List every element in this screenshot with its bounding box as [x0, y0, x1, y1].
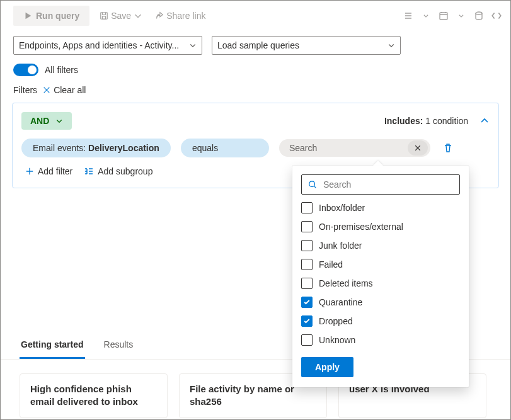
filters-header: Filters Clear all	[1, 80, 510, 100]
option-label: Inbox/folder	[319, 203, 365, 213]
checkbox[interactable]	[301, 221, 313, 232]
condition-field-name: DeliveryLocation	[88, 143, 159, 153]
all-filters-label: All filters	[45, 65, 78, 75]
filter-group-header: AND Includes: 1 condition	[21, 112, 490, 130]
popover-options: Inbox/folder On-premises/external Junk f…	[301, 202, 460, 346]
option-inbox-folder[interactable]: Inbox/folder	[301, 202, 460, 213]
scope-dropdown-label: Endpoints, Apps and identities - Activit…	[19, 40, 189, 50]
svg-rect-1	[103, 16, 106, 19]
option-label: On-premises/external	[319, 222, 403, 232]
condition-operator-label: equals	[192, 143, 218, 153]
checkbox[interactable]	[301, 259, 313, 270]
option-on-premises-external[interactable]: On-premises/external	[301, 221, 460, 232]
share-link-button[interactable]: Share link	[152, 8, 208, 23]
tab-results[interactable]: Results	[103, 333, 135, 359]
popover-search[interactable]	[301, 174, 460, 195]
chevron-down-icon[interactable]	[455, 9, 468, 22]
svg-point-3	[476, 12, 482, 14]
svg-point-4	[309, 181, 315, 187]
option-unknown[interactable]: Unknown	[301, 334, 460, 346]
trash-icon	[443, 143, 453, 153]
add-filter-button[interactable]: Add filter	[25, 166, 72, 176]
option-dropped[interactable]: Dropped	[301, 315, 460, 327]
option-deleted-items[interactable]: Deleted items	[301, 278, 460, 289]
chevron-down-icon[interactable]	[420, 9, 432, 22]
play-icon	[23, 11, 32, 20]
condition-value-label: Search	[289, 143, 404, 153]
save-label: Save	[111, 11, 131, 21]
query-card[interactable]: High confidence phish email delivered to…	[20, 373, 168, 418]
clear-all-button[interactable]: Clear all	[42, 85, 86, 95]
subgroup-icon	[84, 167, 94, 176]
option-label: Junk folder	[319, 241, 362, 251]
chevron-down-icon	[55, 117, 63, 125]
option-quarantine[interactable]: Quarantine	[301, 297, 460, 308]
option-label: Failed	[319, 259, 343, 270]
search-icon	[308, 180, 317, 189]
chevron-down-icon	[189, 42, 197, 49]
tab-getting-started[interactable]: Getting started	[20, 333, 85, 359]
group-operator-pill[interactable]: AND	[21, 112, 72, 130]
all-filters-toggle[interactable]	[13, 64, 38, 76]
value-picker-popover: Inbox/folder On-premises/external Junk f…	[292, 166, 469, 387]
svg-rect-0	[101, 13, 108, 20]
close-icon	[42, 86, 51, 94]
add-subgroup-button[interactable]: Add subgroup	[84, 166, 152, 176]
includes-text: Includes: 1 condition	[384, 116, 468, 126]
option-failed[interactable]: Failed	[301, 259, 460, 270]
chevron-down-icon	[388, 42, 395, 49]
save-button[interactable]: Save	[97, 8, 145, 23]
checkbox[interactable]	[301, 334, 313, 346]
clear-all-label: Clear all	[54, 85, 86, 95]
list-icon[interactable]	[402, 9, 415, 22]
svg-rect-2	[440, 13, 447, 20]
checkbox[interactable]	[301, 297, 313, 308]
option-junk-folder[interactable]: Junk folder	[301, 240, 460, 251]
chevron-down-icon	[134, 11, 142, 20]
share-icon	[155, 11, 164, 20]
calendar-icon[interactable]	[437, 9, 450, 22]
condition-operator-pill[interactable]: equals	[181, 139, 269, 157]
dropdown-row: Endpoints, Apps and identities - Activit…	[1, 31, 510, 60]
checkbox[interactable]	[301, 315, 313, 327]
run-query-button[interactable]: Run query	[13, 6, 89, 26]
share-link-label: Share link	[166, 11, 205, 21]
close-icon	[414, 144, 422, 152]
plus-icon	[25, 167, 34, 176]
option-label: Unknown	[319, 335, 355, 345]
group-operator-label: AND	[30, 116, 49, 126]
filters-label: Filters	[13, 85, 37, 95]
code-toggle-icon[interactable]	[490, 9, 503, 22]
sample-queries-label: Load sample queries	[217, 40, 388, 50]
checkbox[interactable]	[301, 278, 313, 289]
condition-value-box[interactable]: Search	[279, 139, 430, 157]
chevron-up-icon	[479, 116, 490, 126]
sample-queries-dropdown[interactable]: Load sample queries	[212, 36, 401, 55]
clear-value-button[interactable]	[408, 140, 428, 156]
all-filters-row: All filters	[1, 60, 510, 80]
add-filter-label: Add filter	[38, 166, 72, 176]
condition-field-prefix: Email events:	[33, 143, 86, 153]
apply-button[interactable]: Apply	[301, 357, 353, 377]
scope-dropdown[interactable]: Endpoints, Apps and identities - Activit…	[13, 36, 202, 55]
delete-condition-button[interactable]	[443, 143, 453, 153]
option-label: Deleted items	[319, 278, 373, 288]
checkbox[interactable]	[301, 202, 313, 213]
checkbox[interactable]	[301, 240, 313, 251]
top-toolbar: Run query Save Share link	[1, 1, 510, 31]
popover-search-input[interactable]	[322, 179, 453, 190]
save-icon	[100, 11, 108, 20]
add-subgroup-label: Add subgroup	[98, 166, 152, 176]
toolbar-right-icons	[402, 9, 503, 22]
option-label: Dropped	[319, 316, 353, 326]
database-icon[interactable]	[473, 9, 485, 22]
run-query-label: Run query	[36, 11, 79, 21]
condition-field-pill[interactable]: Email events: DeliveryLocation	[21, 139, 171, 157]
collapse-group-button[interactable]	[479, 116, 490, 126]
condition-row: Email events: DeliveryLocation equals Se…	[21, 139, 490, 157]
option-label: Quarantine	[319, 297, 362, 307]
